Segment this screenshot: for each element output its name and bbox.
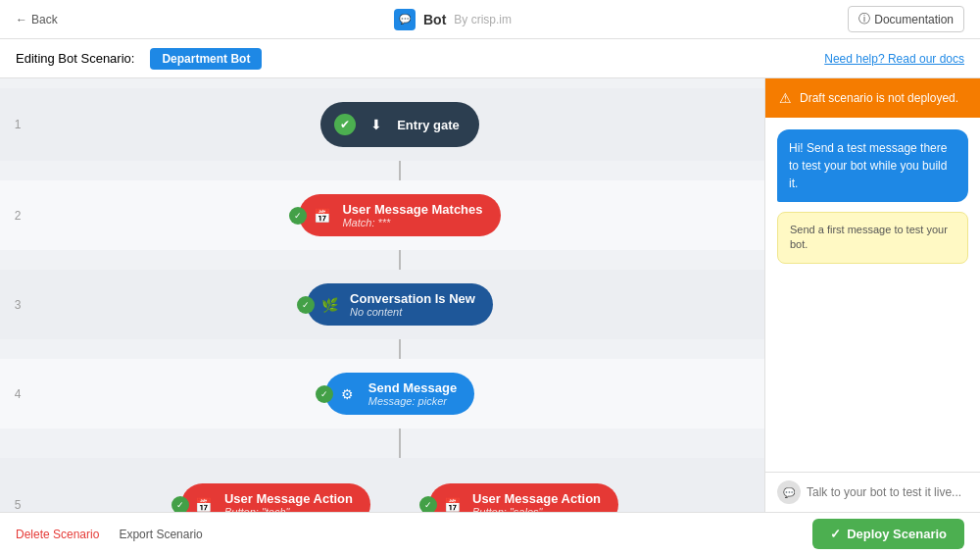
send-msg-text: Send Message Message: picker xyxy=(368,380,457,407)
entry-gate-title: Entry gate xyxy=(397,118,460,132)
bot-name-badge[interactable]: Department Bot xyxy=(150,48,262,70)
bot-avatar: 💬 xyxy=(777,480,801,504)
editing-label: Editing Bot Scenario: xyxy=(16,51,134,66)
entry-gate-node[interactable]: ✔ ⬇ Entry gate xyxy=(320,102,479,147)
vline-1 xyxy=(399,161,401,180)
action-2b-wrap: ✓ 📅 User Message Action Button: "sales" xyxy=(429,483,618,512)
conv-new-wrap: ✓ 🌿 Conversation Is New No content xyxy=(307,283,493,326)
row-5-content: ✓ 📅 User Message Action Button: "tech" ✓ xyxy=(35,483,764,512)
help-link[interactable]: Need help? Read our docs xyxy=(824,52,964,66)
row-number-4: 4 xyxy=(0,387,35,401)
app-byline: By crisp.im xyxy=(454,13,512,26)
chat-hint: Send a first message to test your bot. xyxy=(777,212,968,264)
draft-banner-text: Draft scenario is not deployed. xyxy=(800,91,958,105)
right-panel: ⚠ Draft scenario is not deployed. Hi! Se… xyxy=(764,78,980,512)
help-icon: ⓘ xyxy=(858,11,870,27)
vline-3 xyxy=(399,339,401,359)
row-1: 1 ✔ ⬇ Entry gate xyxy=(0,88,764,161)
action-2a-wrap: ✓ 📅 User Message Action Button: "tech" xyxy=(181,483,370,512)
check-5b: ✓ xyxy=(419,496,437,513)
back-label: Back xyxy=(31,13,58,26)
connector-2-3 xyxy=(0,250,764,270)
check-2: ✓ xyxy=(289,207,307,225)
condition-title-2: User Message Matches xyxy=(342,202,482,217)
deploy-scenario-button[interactable]: ✓ Deploy Scenario xyxy=(812,519,964,549)
action-2a-title: User Message Action xyxy=(224,491,353,506)
chat-input-area: 💬 xyxy=(765,472,980,512)
user-msg-matches-wrap: ✓ 📅 User Message Matches Match: *** xyxy=(299,194,500,236)
entry-gate-icon: ✔ xyxy=(334,114,356,135)
connector-1-2 xyxy=(0,161,764,180)
topbar: ← Back 💬 Bot By crisp.im ⓘ Documentation xyxy=(0,0,980,39)
entry-gate-text: Entry gate xyxy=(397,118,460,132)
vline-4-center xyxy=(399,429,401,458)
action-2b-title: User Message Action xyxy=(472,491,601,506)
check-5a: ✓ xyxy=(172,496,189,513)
conv-new-text: Conversation Is New No content xyxy=(350,291,475,318)
bottombar: Delete Scenario Export Scenario ✓ Deploy… xyxy=(0,512,980,555)
entry-gate-down-icon: ⬇ xyxy=(364,112,389,137)
chat-input[interactable] xyxy=(807,485,968,499)
condition-subtitle-2: Match: *** xyxy=(342,217,482,228)
connector-4-5 xyxy=(0,429,764,458)
delete-scenario-link[interactable]: Delete Scenario xyxy=(16,528,99,541)
row-5: 5 ✓ 📅 User Message Action Button: "tech" xyxy=(0,458,764,512)
draft-banner: ⚠ Draft scenario is not deployed. xyxy=(765,78,980,118)
conv-new-subtitle: No content xyxy=(350,306,475,318)
send-msg-wrap: ✓ ⚙ Send Message Message: picker xyxy=(325,373,474,415)
row-4: 4 ✓ ⚙ Send Message Message: picker xyxy=(0,359,764,429)
app-title-area: 💬 Bot By crisp.im xyxy=(394,9,512,30)
back-arrow-icon: ← xyxy=(16,13,27,26)
canvas[interactable]: 1 ✔ ⬇ Entry gate xyxy=(0,78,764,512)
row-2: 2 ✓ 📅 User Message Matches Match: *** xyxy=(0,180,764,250)
row-3-content: ✓ 🌿 Conversation Is New No content xyxy=(35,283,764,326)
send-msg-subtitle: Message: picker xyxy=(368,395,457,407)
row-number-1: 1 xyxy=(0,118,35,131)
row-number-5: 5 xyxy=(0,498,35,512)
user-msg-matches-node[interactable]: 📅 User Message Matches Match: *** xyxy=(299,194,500,236)
main-area: 1 ✔ ⬇ Entry gate xyxy=(0,78,980,512)
vline-2 xyxy=(399,250,401,270)
conv-new-title: Conversation Is New xyxy=(350,291,475,306)
chat-bubble: Hi! Send a test message there to test yo… xyxy=(777,129,968,202)
send-msg-icon: ⚙ xyxy=(335,381,361,407)
back-button[interactable]: ← Back xyxy=(16,13,58,26)
row-1-content: ✔ ⬇ Entry gate xyxy=(35,102,764,147)
app-name: Bot xyxy=(423,12,446,27)
action-2b-node[interactable]: 📅 User Message Action Button: "sales" xyxy=(429,483,618,512)
condition-text-2: User Message Matches Match: *** xyxy=(342,202,482,228)
entry-gate-wrap: ✔ ⬇ Entry gate xyxy=(320,102,479,147)
check-3: ✓ xyxy=(297,296,315,314)
canvas-inner: 1 ✔ ⬇ Entry gate xyxy=(0,78,764,512)
documentation-button[interactable]: ⓘ Documentation xyxy=(848,6,964,32)
chat-area: Hi! Send a test message there to test yo… xyxy=(765,118,980,472)
logo-icon: 💬 xyxy=(399,14,411,25)
action-2a-subtitle: Button: "tech" xyxy=(224,506,353,512)
conv-new-icon: 🌿 xyxy=(317,292,342,318)
conv-new-node[interactable]: 🌿 Conversation Is New No content xyxy=(307,283,493,326)
deploy-check-icon: ✓ xyxy=(830,527,841,541)
action-2b-subtitle: Button: "sales" xyxy=(472,506,601,512)
row-3: 3 ✓ 🌿 Conversation Is New No content xyxy=(0,270,764,339)
subheader: Editing Bot Scenario: Department Bot Nee… xyxy=(0,39,980,78)
app-logo: 💬 xyxy=(394,9,416,30)
warning-icon: ⚠ xyxy=(779,90,792,106)
action-2b-text: User Message Action Button: "sales" xyxy=(472,491,601,512)
row-number-2: 2 xyxy=(0,209,35,223)
doc-label: Documentation xyxy=(874,13,954,26)
condition-icon-2: 📅 xyxy=(309,203,334,228)
connector-3-4 xyxy=(0,339,764,359)
check-4: ✓ xyxy=(316,385,333,403)
send-msg-node[interactable]: ⚙ Send Message Message: picker xyxy=(325,373,474,415)
row-number-3: 3 xyxy=(0,298,35,312)
action-2a-node[interactable]: 📅 User Message Action Button: "tech" xyxy=(181,483,370,512)
action-2a-text: User Message Action Button: "tech" xyxy=(224,491,353,512)
row-2-content: ✓ 📅 User Message Matches Match: *** xyxy=(35,194,764,236)
row-4-content: ✓ ⚙ Send Message Message: picker xyxy=(35,373,764,415)
send-msg-title: Send Message xyxy=(368,380,457,395)
action-2b-icon: 📅 xyxy=(439,492,465,513)
deploy-label: Deploy Scenario xyxy=(847,527,947,541)
export-scenario-link[interactable]: Export Scenario xyxy=(119,528,202,541)
action-2a-icon: 📅 xyxy=(191,492,217,513)
